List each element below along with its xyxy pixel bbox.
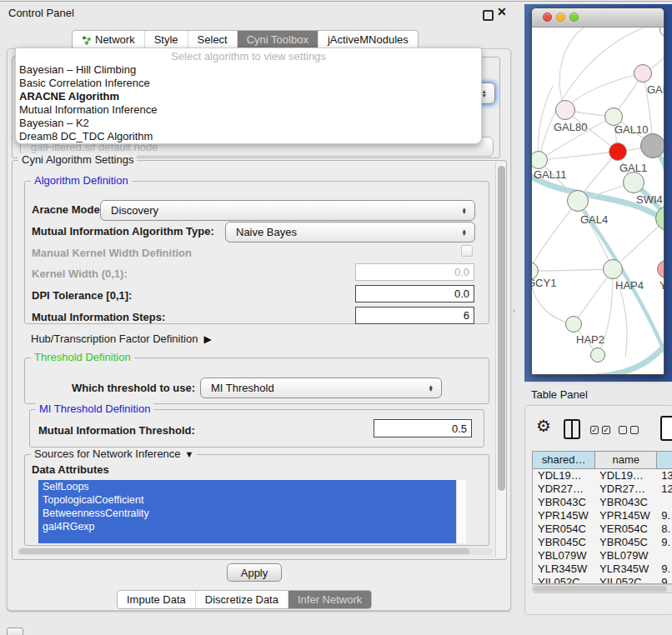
network-node[interactable] <box>640 133 664 158</box>
cell[interactable]: 9. <box>656 562 672 576</box>
table-row[interactable]: YBL079WYBL079W <box>533 549 672 562</box>
tab-cyni-toolbox[interactable]: Cyni Toolbox <box>237 31 318 48</box>
table-row[interactable]: YIL052CYIL052C9. <box>533 576 672 584</box>
network-node[interactable] <box>555 100 575 120</box>
list-item-topologicalcoefficient[interactable]: TopologicalCoefficient <box>38 493 456 507</box>
network-node[interactable] <box>623 172 644 193</box>
kernel-width-value: 0.0 <box>454 266 469 278</box>
cell[interactable]: YPR145W <box>533 509 594 522</box>
settings-horizontal-scrollbar[interactable] <box>18 548 493 555</box>
settings-vertical-scrollbar[interactable] <box>495 162 506 558</box>
network-node[interactable] <box>634 64 652 82</box>
cell[interactable]: YLR345W <box>533 562 594 576</box>
popup-item-bayesian-k2[interactable]: Bayesian – K2 <box>16 117 481 130</box>
cell[interactable]: YBL079W <box>594 549 656 562</box>
network-window-titlebar[interactable] <box>532 8 664 28</box>
table-row[interactable]: YBR043CYBR043C <box>533 496 672 509</box>
hub-definition-expander[interactable]: Hub/Transcription Factor Definition ▶ <box>31 332 212 345</box>
deselect-all-columns-icon[interactable] <box>619 426 639 434</box>
table-row[interactable]: YDR27…YDR27…12 <box>533 482 672 496</box>
close-icon[interactable]: ✕ <box>497 5 507 18</box>
kernel-width-field[interactable]: 0.0 <box>355 263 474 281</box>
settings-horizontal-scrollbar-thumb[interactable] <box>19 548 469 554</box>
cell[interactable]: YLR345W <box>594 562 656 576</box>
network-canvas[interactable]: GAL GAL80 GAL10 GAL1 GAL11 SWI4 GAL4 GCY… <box>532 28 664 374</box>
popup-item-mutual-information[interactable]: Mutual Information Inference <box>16 103 481 117</box>
tab-discretize-data[interactable]: Discretize Data <box>195 591 288 608</box>
table-row[interactable]: YLR345WYLR345W9. <box>533 562 672 576</box>
column-header-clipped[interactable] <box>656 452 672 468</box>
manual-kernel-checkbox[interactable] <box>461 245 473 257</box>
cell[interactable]: YBR045C <box>533 536 594 549</box>
column-header-shared-name[interactable]: shared… <box>533 452 594 468</box>
cell[interactable] <box>656 549 672 562</box>
cell[interactable]: 13 <box>656 469 672 482</box>
list-item-betweennesscentrality[interactable]: BetweennessCentrality <box>38 507 456 520</box>
list-item-selfloops[interactable]: SelfLoops <box>38 480 456 493</box>
tab-jactivemnodules[interactable]: jActiveMNodules <box>318 31 418 48</box>
collapse-down-arrow-icon[interactable]: ▼ <box>185 449 194 459</box>
apply-button[interactable]: Apply <box>227 563 282 582</box>
cell[interactable]: 8. <box>656 522 672 536</box>
collapsed-panel-button[interactable] <box>7 628 23 635</box>
split-columns-icon[interactable] <box>564 419 580 439</box>
cell[interactable]: 12 <box>656 482 672 496</box>
which-threshold-combo[interactable]: MI Threshold ▲▼ <box>200 378 442 398</box>
table-row[interactable]: YDL19…YDL19…13 <box>533 469 672 482</box>
cell[interactable]: YDR27… <box>594 482 656 496</box>
tab-select[interactable]: Select <box>188 31 237 48</box>
network-node[interactable] <box>565 316 582 332</box>
cell[interactable]: 9. <box>656 576 672 584</box>
dpi-tolerance-field[interactable]: 0.0 <box>355 285 474 302</box>
split-pane-handle[interactable]: › <box>513 307 515 315</box>
cell[interactable]: YBR045C <box>594 536 656 549</box>
network-node[interactable] <box>603 259 623 279</box>
popup-item-basic-correlation[interactable]: Basic Correlation Inference <box>16 77 481 90</box>
cell[interactable]: YBL079W <box>533 549 594 562</box>
table-row[interactable]: YER054CYER054C8. <box>533 522 672 536</box>
popup-item-aracne[interactable]: ARACNE Algorithm <box>16 90 481 103</box>
table-horizontal-scrollbar[interactable] <box>532 584 672 593</box>
mi-type-combo[interactable]: Naive Bayes ▲▼ <box>225 222 475 242</box>
gear-icon[interactable]: ⚙ <box>536 416 551 436</box>
popup-item-bayesian-hill-climbing[interactable]: Bayesian – Hill Climbing <box>16 63 481 77</box>
settings-vertical-scrollbar-thumb[interactable] <box>498 166 505 491</box>
cell[interactable]: YDL19… <box>533 469 594 482</box>
cell[interactable]: YER054C <box>594 522 656 536</box>
table-horizontal-scrollbar-thumb[interactable] <box>534 586 667 592</box>
tab-infer-network[interactable]: Infer Network <box>288 591 371 608</box>
select-all-columns-icon[interactable]: ✓ ✓ <box>590 426 610 434</box>
minimize-traffic-light-icon[interactable] <box>556 12 565 22</box>
mi-threshold-field[interactable]: 0.5 <box>374 419 472 438</box>
cell[interactable]: 9. <box>656 509 672 522</box>
cell[interactable]: YBR043C <box>533 496 594 509</box>
network-node[interactable] <box>609 142 627 161</box>
cell[interactable]: YER054C <box>533 522 594 536</box>
cell[interactable]: YBR043C <box>594 496 656 509</box>
network-node[interactable] <box>567 190 589 212</box>
list-vertical-scrollbar[interactable] <box>456 480 466 543</box>
popup-item-dream8[interactable]: Dream8 DC_TDC Algorithm <box>16 130 481 143</box>
cell[interactable]: 9. <box>656 536 672 549</box>
aracne-mode-combo[interactable]: Discovery ▲▼ <box>100 200 475 221</box>
float-window-icon[interactable] <box>483 10 494 21</box>
list-item-gal4rgexp[interactable]: gal4RGexp <box>38 520 456 533</box>
table-row[interactable]: YBR045CYBR045C9. <box>533 536 672 549</box>
table-row[interactable]: YPR145WYPR145W9. <box>533 509 672 522</box>
document-icon[interactable] <box>660 416 672 441</box>
close-traffic-light-icon[interactable] <box>543 12 552 22</box>
tab-style[interactable]: Style <box>144 31 188 48</box>
tab-impute-data[interactable]: Impute Data <box>118 591 195 608</box>
network-node[interactable] <box>590 348 605 362</box>
mi-steps-field[interactable]: 6 <box>355 307 474 324</box>
cell[interactable]: YIL052C <box>594 576 656 584</box>
zoom-traffic-light-icon[interactable] <box>569 12 579 22</box>
cell[interactable]: YIL052C <box>533 576 594 584</box>
cell[interactable]: YDL19… <box>594 469 656 482</box>
column-header-name[interactable]: name <box>594 452 656 468</box>
tab-network[interactable]: Network <box>73 31 144 48</box>
cell[interactable]: YPR145W <box>594 509 656 522</box>
cell[interactable]: YDR27… <box>533 482 594 496</box>
cell[interactable] <box>656 496 672 509</box>
list-item-partial[interactable] <box>38 533 456 543</box>
